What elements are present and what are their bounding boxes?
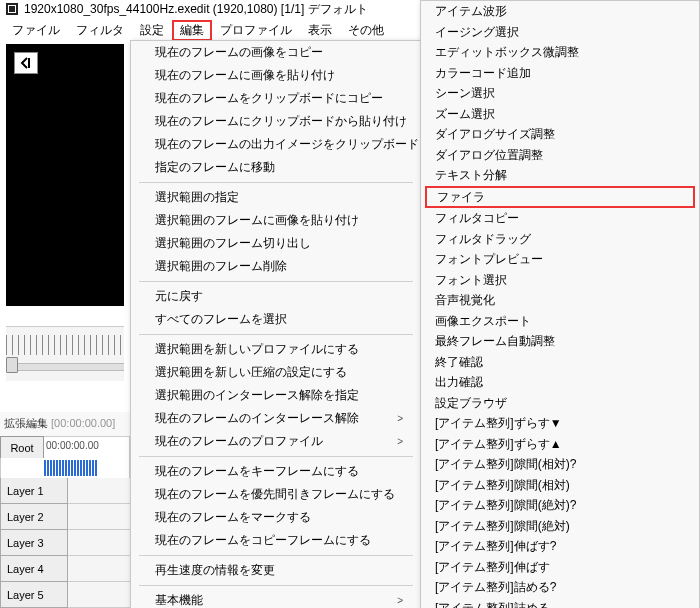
submenu-item[interactable]: [アイテム整列]隙間(絶対) xyxy=(421,516,699,537)
menu-item[interactable]: 現在のフレームをマークする xyxy=(131,506,421,529)
submenu-item-label: 終了確認 xyxy=(435,354,483,371)
submenu-item[interactable]: [アイテム整列]詰める? xyxy=(421,577,699,598)
menu-item-label: 現在のフレームをコピーフレームにする xyxy=(155,532,371,549)
chevron-right-icon: > xyxy=(397,413,403,424)
menu-item[interactable]: 現在のフレームの画像をコピー xyxy=(131,41,421,64)
back-button[interactable] xyxy=(14,52,38,74)
menu-item-label: 選択範囲のフレームに画像を貼り付け xyxy=(155,212,359,229)
menu-item[interactable]: 現在のフレームに画像を貼り付け xyxy=(131,64,421,87)
layer-label[interactable]: Layer 5 xyxy=(0,582,68,608)
submenu-item[interactable]: アイテム波形 xyxy=(421,1,699,22)
menu-item[interactable]: 指定のフレームに移動 xyxy=(131,156,421,179)
submenu-item[interactable]: [アイテム整列]隙間(相対)? xyxy=(421,454,699,475)
submenu-item[interactable]: [アイテム整列]伸ばす? xyxy=(421,536,699,557)
menu-item[interactable]: 選択範囲のインターレース解除を指定 xyxy=(131,384,421,407)
submenu-item-label: カラーコード追加 xyxy=(435,65,531,82)
menu-フィルタ[interactable]: フィルタ xyxy=(68,20,132,41)
menu-設定[interactable]: 設定 xyxy=(132,20,172,41)
submenu-item[interactable]: 終了確認 xyxy=(421,352,699,373)
root-button[interactable]: Root xyxy=(0,436,44,460)
submenu-item[interactable]: [アイテム整列]隙間(絶対)? xyxy=(421,495,699,516)
audio-waveform[interactable] xyxy=(42,458,130,479)
submenu-item[interactable]: 出力確認 xyxy=(421,372,699,393)
layer-label[interactable]: Layer 3 xyxy=(0,530,68,556)
menu-item[interactable]: 現在のフレームにクリップボードから貼り付け xyxy=(131,110,421,133)
menu-item-label: 現在のフレームをキーフレームにする xyxy=(155,463,359,480)
menu-item[interactable]: 現在のフレームを優先間引きフレームにする xyxy=(131,483,421,506)
layer-gutter xyxy=(0,458,44,478)
timeline-ruler-tc: 00:00:00.00 xyxy=(46,440,99,451)
layer-track[interactable] xyxy=(68,556,130,582)
submenu-item[interactable]: フォント選択 xyxy=(421,270,699,291)
submenu-item[interactable]: [アイテム整列]詰める xyxy=(421,598,699,609)
menu-item[interactable]: 選択範囲を新しいプロファイルにする xyxy=(131,338,421,361)
menu-item[interactable]: 選択範囲のフレーム削除 xyxy=(131,255,421,278)
submenu-item[interactable]: テキスト分解 xyxy=(421,165,699,186)
menu-item[interactable]: 選択範囲を新しい圧縮の設定にする xyxy=(131,361,421,384)
menu-item[interactable]: 基本機能> xyxy=(131,589,421,608)
submenu-item[interactable]: シーン選択 xyxy=(421,83,699,104)
menu-item-label: 選択範囲を新しい圧縮の設定にする xyxy=(155,364,347,381)
timeline-header-label: 拡張編集 xyxy=(4,417,48,429)
layer-label[interactable]: Layer 1 xyxy=(0,478,68,504)
submenu-item[interactable]: イージング選択 xyxy=(421,22,699,43)
submenu-item[interactable]: ファイラ xyxy=(425,186,695,209)
submenu-item[interactable]: [アイテム整列]ずらす▲ xyxy=(421,434,699,455)
seek-ruler[interactable] xyxy=(6,326,124,381)
submenu-item-label: [アイテム整列]隙間(相対) xyxy=(435,477,570,494)
submenu-item[interactable]: 設定ブラウザ xyxy=(421,393,699,414)
submenu-item[interactable]: ダイアログ位置調整 xyxy=(421,145,699,166)
menu-item[interactable]: 選択範囲の指定 xyxy=(131,186,421,209)
menu-item-label: 現在のフレームのプロファイル xyxy=(155,433,323,450)
menu-ファイル[interactable]: ファイル xyxy=(4,20,68,41)
submenu-item-label: フォント選択 xyxy=(435,272,507,289)
menu-item[interactable]: 選択範囲のフレームに画像を貼り付け xyxy=(131,209,421,232)
timeline-ruler[interactable]: 00:00:00.00 xyxy=(44,436,130,460)
submenu-item[interactable]: 画像エクスポート xyxy=(421,311,699,332)
menu-item[interactable]: 現在のフレームをコピーフレームにする xyxy=(131,529,421,552)
menu-item-label: すべてのフレームを選択 xyxy=(155,311,287,328)
menu-item[interactable]: 現在のフレームをキーフレームにする xyxy=(131,460,421,483)
menu-表示[interactable]: 表示 xyxy=(300,20,340,41)
menu-編集[interactable]: 編集 xyxy=(172,20,212,41)
menu-item[interactable]: 現在のフレームのプロファイル> xyxy=(131,430,421,453)
menu-item[interactable]: 現在のフレームの出力イメージをクリップボードにコピー xyxy=(131,133,421,156)
seek-slider-track[interactable] xyxy=(6,363,124,371)
submenu-item[interactable]: 音声視覚化 xyxy=(421,290,699,311)
menu-item[interactable]: 現在のフレームのインターレース解除> xyxy=(131,407,421,430)
submenu-item[interactable]: [アイテム整列]伸ばす xyxy=(421,557,699,578)
menu-その他[interactable]: その他 xyxy=(340,20,392,41)
submenu-item[interactable]: カラーコード追加 xyxy=(421,63,699,84)
menu-separator xyxy=(139,456,413,457)
layer-track[interactable] xyxy=(68,504,130,530)
submenu-item-label: アイテム波形 xyxy=(435,3,507,20)
submenu-item[interactable]: フォントプレビュー xyxy=(421,249,699,270)
layer-label[interactable]: Layer 2 xyxy=(0,504,68,530)
layer-track[interactable] xyxy=(68,530,130,556)
menu-separator xyxy=(139,555,413,556)
layer-label[interactable]: Layer 4 xyxy=(0,556,68,582)
submenu-item[interactable]: [アイテム整列]隙間(相対) xyxy=(421,475,699,496)
menu-item-label: 現在のフレームをクリップボードにコピー xyxy=(155,90,383,107)
menu-item[interactable]: 再生速度の情報を変更 xyxy=(131,559,421,582)
submenu-item-label: ズーム選択 xyxy=(435,106,495,123)
menu-プロファイル[interactable]: プロファイル xyxy=(212,20,300,41)
submenu-item-label: シーン選択 xyxy=(435,85,495,102)
menu-item[interactable]: 現在のフレームをクリップボードにコピー xyxy=(131,87,421,110)
menu-item-label: 再生速度の情報を変更 xyxy=(155,562,275,579)
submenu-item[interactable]: [アイテム整列]ずらす▼ xyxy=(421,413,699,434)
menu-item[interactable]: 選択範囲のフレーム切り出し xyxy=(131,232,421,255)
seek-slider-thumb[interactable] xyxy=(6,357,18,373)
submenu-item[interactable]: エディットボックス微調整 xyxy=(421,42,699,63)
submenu-item[interactable]: フィルタコピー xyxy=(421,208,699,229)
layer-row: Layer 4 xyxy=(0,556,130,582)
menu-item[interactable]: すべてのフレームを選択 xyxy=(131,308,421,331)
layer-track[interactable] xyxy=(68,582,130,608)
submenu-item[interactable]: フィルタドラッグ xyxy=(421,229,699,250)
layer-track[interactable] xyxy=(68,478,130,504)
submenu-item[interactable]: 最終フレーム自動調整 xyxy=(421,331,699,352)
submenu-item[interactable]: ダイアログサイズ調整 xyxy=(421,124,699,145)
submenu-item[interactable]: ズーム選択 xyxy=(421,104,699,125)
submenu-item-label: [アイテム整列]詰める? xyxy=(435,579,556,596)
menu-item[interactable]: 元に戻す xyxy=(131,285,421,308)
